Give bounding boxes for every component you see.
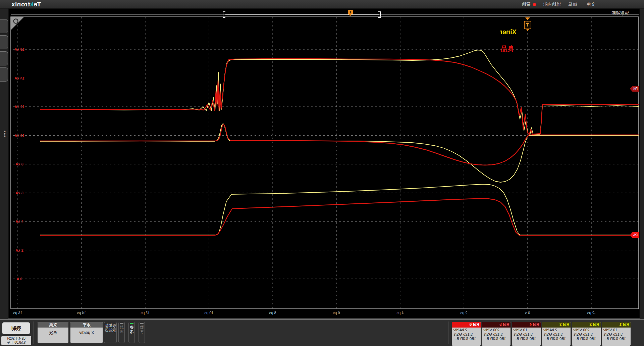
graticule-border — [11, 17, 639, 309]
x-axis-label: 4 μs — [396, 311, 404, 315]
badge-title: Ref 1 — [602, 322, 631, 328]
ref-button[interactable]: 参考 — [128, 322, 135, 343]
panel-drag-grip[interactable]: ••• — [4, 130, 6, 137]
indicator — [140, 323, 144, 324]
x-axis-label: 2 μs — [460, 311, 467, 315]
y-axis-label: 10 kA — [14, 134, 24, 138]
oscilloscope-app: 文件 编辑 辅助功能 帮助 Tektronix 波形视图 T T Xiner 良… — [0, 0, 644, 346]
badge-values: 200 V/div3.125 GS/s150-3.3R-5... — [482, 328, 511, 341]
badge-values: 200 V/div3.125 GS/s150-3.3R-5... — [572, 328, 601, 341]
graticule-plot — [0, 0, 644, 346]
y-axis-label: 0 A — [17, 277, 22, 281]
side-toolbar-button-1[interactable] — [0, 19, 8, 33]
badge-ref-6[interactable]: Ref 62 kA/div3.125 GS/s150-3.3R-5... — [452, 322, 481, 346]
x-axis-label: 12 μs — [141, 311, 150, 315]
badge-values: 10 V/div3.125 GS/s150-3.3R-5... — [512, 328, 541, 341]
x-axis-label: 14 μs — [77, 311, 86, 315]
horizontal-badge[interactable]: 水平 2 μs/div — [70, 322, 103, 343]
legend-series-1: Xiner — [500, 28, 517, 36]
force-button[interactable]: 强制 — [2, 322, 30, 334]
y-axis-label: 16 kA — [14, 47, 24, 51]
badge-title: Ref 6 — [452, 322, 481, 328]
trace-bot-red — [40, 199, 639, 235]
side-toolbar-button-2[interactable] — [0, 35, 8, 49]
x-axis-label: -2 μs — [587, 311, 596, 315]
datetime-display: 02 4月 2024 9:58:36 上午 — [1, 336, 31, 345]
badge-values: 10 V/div3.125 GS/s150-3.3R-5... — [602, 328, 631, 341]
legend-series-2: 良品 — [500, 44, 514, 53]
badge-ref-3[interactable]: Ref 32 kA/div3.125 GS/s150-3.3R-5... — [542, 322, 571, 346]
trace-top-yellow — [40, 50, 639, 135]
divider — [448, 322, 448, 344]
badge-title: Ref 5 — [482, 322, 511, 328]
horizontal-badge-value: 2 μs/div — [70, 328, 103, 335]
time-text: 9:58:36 上午 — [1, 341, 31, 345]
acquisition-badge-value: 单次 — [38, 328, 68, 336]
indicator — [120, 323, 123, 324]
x-axis-label: 10 μs — [204, 311, 213, 315]
x-axis-label: 16 μs — [13, 311, 22, 315]
y-axis-label: 8 kA — [15, 162, 23, 166]
trace-bot-yellow — [40, 184, 639, 235]
bottom-control-bar: Ref 110 V/div3.125 GS/s150-3.3R-5...Ref … — [0, 319, 644, 346]
trace-top-red — [40, 59, 639, 135]
badge-values: 2 kA/div3.125 GS/s150-3.3R-5... — [452, 328, 481, 341]
x-axis-label: 0 s — [525, 311, 530, 315]
badge-ref-1[interactable]: Ref 110 V/div3.125 GS/s150-3.3R-5... — [602, 322, 631, 346]
y-axis-label: 12 kA — [14, 105, 24, 109]
math-button[interactable]: 数学 — [139, 322, 145, 343]
divider — [34, 322, 34, 344]
trace-mid-yellow — [40, 123, 639, 182]
badge-title: Ref 3 — [542, 322, 571, 328]
badge-values: 2 kA/div3.125 GS/s150-3.3R-5... — [542, 328, 571, 341]
y-axis-label: 14 kA — [14, 76, 24, 80]
bus-button[interactable]: 总线 — [118, 322, 125, 343]
badge-ref-2[interactable]: Ref 2200 V/div3.125 GS/s150-3.3R-5... — [572, 322, 601, 346]
badge-title: Ref 4 — [512, 322, 541, 328]
trace-mid-red — [40, 125, 639, 165]
add-new-scope-button[interactable]: 添加新示波器 — [104, 322, 117, 343]
side-toolbar-button-4[interactable] — [0, 67, 8, 82]
trigger-flag-label: T — [524, 21, 531, 29]
horizontal-badge-title: 水平 — [70, 322, 103, 328]
badge-ref-4[interactable]: Ref 410 V/div3.125 GS/s150-3.3R-5... — [512, 322, 541, 346]
indicator — [130, 323, 133, 324]
x-axis-label: 8 μs — [269, 311, 276, 315]
trigger-position-flag[interactable]: T — [524, 17, 531, 32]
y-axis-label: 6 kA — [15, 191, 23, 195]
badge-title: Ref 2 — [572, 322, 601, 328]
date-text: 02 4月 2024 — [1, 337, 31, 341]
badge-ref-5[interactable]: Ref 5200 V/div3.125 GS/s150-3.3R-5... — [482, 322, 511, 346]
x-axis-label: 6 μs — [333, 311, 340, 315]
acquisition-badge-title: 采集 — [38, 322, 68, 328]
y-axis-label: 2 kA — [15, 248, 23, 252]
acquisition-badge[interactable]: 采集 单次 — [38, 322, 68, 343]
y-axis-label: 4 kA — [15, 219, 23, 224]
side-toolbar-button-3[interactable] — [0, 51, 8, 65]
